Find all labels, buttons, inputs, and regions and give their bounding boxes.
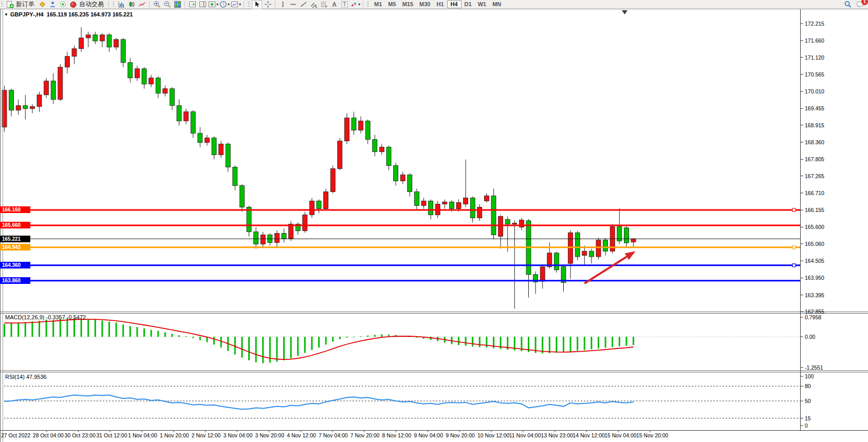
timeframe-M30[interactable]: M30	[416, 1, 433, 8]
candlestick	[631, 239, 636, 242]
line-selection-handle[interactable]	[3, 246, 6, 249]
candlestick	[442, 202, 447, 204]
macd-histogram-bar	[116, 322, 117, 337]
new-order-button[interactable]: 新订单	[16, 0, 34, 9]
timeframe-H4[interactable]: H4	[447, 1, 461, 8]
periods-icon[interactable]: ▾	[219, 1, 230, 9]
macd-histogram-bar	[17, 323, 19, 337]
candlestick	[9, 90, 14, 110]
candlestick	[289, 224, 293, 239]
candlestick	[554, 253, 559, 270]
candlestick	[191, 112, 195, 133]
line-selection-handle[interactable]	[792, 208, 796, 212]
candlestick	[330, 169, 335, 192]
candlestick	[464, 198, 468, 204]
candlestick	[212, 138, 216, 155]
candlestick	[184, 112, 189, 121]
candlestick	[274, 233, 279, 242]
line-selection-handle[interactable]	[3, 264, 6, 267]
text-label-tool-icon[interactable]: T	[340, 1, 349, 9]
toolbar-drag-handle[interactable]	[367, 2, 369, 8]
candlestick	[491, 196, 496, 235]
timeframe-D1[interactable]: D1	[461, 1, 475, 8]
toolbar-separator	[184, 1, 185, 8]
quote-dropdown-icon[interactable]: ▼	[4, 12, 8, 17]
line-chart-icon[interactable]	[137, 1, 146, 9]
text-tool-icon[interactable]: A	[329, 1, 339, 9]
tile-windows-icon[interactable]	[173, 1, 182, 9]
candlestick-icon[interactable]	[127, 1, 136, 9]
macd-histogram-bar	[605, 337, 606, 348]
arrows-tool-icon[interactable]: ▾	[350, 1, 360, 9]
timeframe-M15[interactable]: M15	[399, 1, 416, 8]
zoom-in-icon[interactable]	[152, 1, 161, 9]
macd-histogram-bar	[612, 337, 613, 347]
community-icon[interactable]	[48, 1, 57, 9]
notification-badge[interactable]: 1	[861, 0, 868, 5]
toolbar-drag-handle[interactable]	[113, 2, 115, 8]
cursor-tool-icon[interactable]	[252, 0, 262, 9]
crosshair-tool-icon[interactable]	[263, 1, 272, 9]
macd-histogram-bar	[486, 337, 487, 348]
indicators-icon[interactable]: ▾	[208, 1, 218, 9]
search-icon[interactable]	[843, 1, 853, 9]
macd-histogram-bar	[108, 321, 110, 337]
macd-histogram-bar	[374, 335, 376, 337]
candlestick	[163, 89, 168, 93]
autotrading-button[interactable]: 自动交易	[79, 0, 104, 9]
vertical-line-tool-icon[interactable]	[278, 1, 287, 9]
macd-histogram-bar	[157, 331, 159, 337]
candlestick	[233, 167, 237, 186]
toolbar-drag-handle[interactable]	[248, 2, 250, 8]
macd-histogram-bar	[577, 337, 578, 351]
zoom-out-icon[interactable]	[162, 1, 172, 9]
svg-text:T: T	[343, 2, 346, 7]
gold-icon[interactable]	[38, 1, 47, 9]
auto-scroll-icon[interactable]	[188, 1, 197, 9]
macd-histogram-bar	[430, 337, 432, 340]
timeframe-M1[interactable]: M1	[371, 1, 385, 8]
macd-histogram-bar	[81, 319, 82, 337]
candlestick	[114, 40, 119, 47]
new-order-icon[interactable]	[5, 1, 14, 9]
candlestick	[198, 133, 202, 143]
candlestick	[254, 232, 258, 244]
macd-histogram-bar	[318, 337, 320, 348]
candlestick	[107, 35, 112, 47]
candlestick	[470, 198, 475, 218]
macd-histogram-bar	[353, 337, 355, 337]
timeframe-M5[interactable]: M5	[385, 1, 399, 8]
chart-shift-icon[interactable]	[198, 1, 207, 9]
line-selection-handle[interactable]	[792, 246, 796, 249]
timeframe-MN[interactable]: MN	[489, 1, 504, 8]
channel-tool-icon[interactable]: E	[309, 1, 318, 9]
trendline-tool-icon[interactable]	[299, 1, 308, 9]
timeframe-W1[interactable]: W1	[475, 1, 490, 8]
bar-chart-icon[interactable]	[117, 1, 126, 9]
chart-canvas[interactable]	[0, 0, 868, 442]
macd-histogram-bar	[11, 323, 12, 337]
macd-histogram-bar	[4, 324, 5, 337]
macd-histogram-bar	[255, 337, 257, 362]
signal-icon[interactable]	[58, 1, 67, 9]
autotrading-icon[interactable]	[68, 1, 78, 9]
fibonacci-tool-icon[interactable]: F	[319, 1, 328, 9]
toolbar-separator	[149, 1, 150, 8]
candlestick	[589, 251, 594, 257]
toolbar-drag-handle[interactable]	[1, 2, 3, 8]
templates-icon[interactable]: ▾	[231, 1, 241, 9]
candlestick	[379, 147, 384, 152]
line-selection-handle[interactable]	[3, 208, 6, 212]
candlestick	[338, 141, 342, 169]
timeframe-H1[interactable]: H1	[433, 1, 447, 8]
macd-histogram-bar	[192, 337, 194, 338]
macd-histogram-bar	[241, 337, 243, 358]
candlestick	[226, 144, 230, 167]
macd-histogram-bar	[633, 337, 634, 345]
toolbar-separator	[275, 1, 275, 8]
line-selection-handle[interactable]	[792, 264, 796, 267]
horizontal-line-tool-icon[interactable]	[288, 1, 298, 9]
candlestick	[37, 95, 42, 107]
macd-histogram-bar	[122, 324, 124, 337]
macd-histogram-bar	[186, 336, 187, 337]
